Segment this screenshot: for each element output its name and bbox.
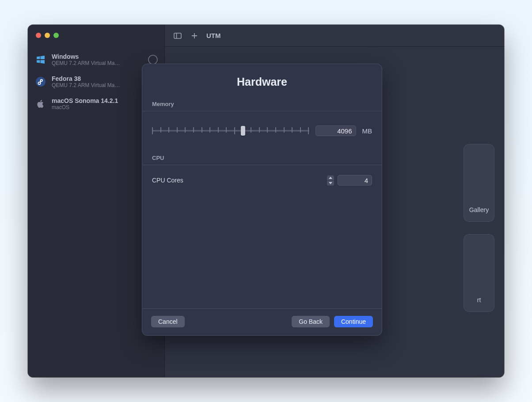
vm-subtitle: QEMU 7.2 ARM Virtual Ma… [52,60,142,66]
continue-button[interactable]: Continue [334,316,373,327]
cpu-cores-row: CPU Cores [142,171,382,189]
memory-row: MB [142,118,382,142]
gallery-card[interactable]: Gallery [464,144,494,222]
vm-title: macOS Sonoma 14.2.1 [52,97,142,104]
stepper-up-button[interactable] [327,175,334,180]
divider [142,165,382,165]
memory-input[interactable] [315,125,356,136]
windows-icon [35,54,46,65]
close-window-button[interactable] [36,33,41,38]
hardware-sheet: Hardware Memory MB CPU CPU Cores [142,64,382,336]
vm-text: macOS Sonoma 14.2.1 macOS [52,97,142,110]
toolbar: UTM [165,25,504,47]
card-label: rt [477,296,481,303]
slider-thumb[interactable] [241,126,245,136]
svg-point-0 [148,55,157,64]
card-label: Gallery [469,206,489,213]
app-window: Windows QEMU 7.2 ARM Virtual Ma… Fedora … [28,25,504,377]
svg-rect-4 [174,33,181,38]
sheet-footer: Cancel Go Back Continue [142,308,382,335]
welcome-cards: Gallery rt [464,144,494,312]
cancel-button[interactable]: Cancel [151,316,185,327]
divider [142,111,382,111]
memory-unit: MB [362,127,372,135]
vm-subtitle: QEMU 7.2 ARM Virtual Ma… [52,82,142,88]
memory-section-label: Memory [142,96,382,111]
cpu-cores-label: CPU Cores [152,177,183,184]
cpu-cores-input[interactable] [338,175,372,186]
window-title: UTM [206,32,221,39]
cpu-stepper [327,175,334,186]
vm-title: Fedora 38 [52,75,142,82]
apple-icon [35,98,46,110]
sidebar-toggle-button[interactable] [171,30,184,42]
sheet-title: Hardware [142,64,382,96]
vm-subtitle: macOS [52,104,142,110]
maximize-window-button[interactable] [53,33,59,38]
add-vm-button[interactable] [188,30,201,42]
cpu-section-label: CPU [142,150,382,165]
window-controls [28,31,164,49]
vm-text: Windows QEMU 7.2 ARM Virtual Ma… [52,53,142,66]
memory-slider[interactable] [152,125,309,137]
minimize-window-button[interactable] [45,33,50,38]
vm-title: Windows [52,53,142,60]
fedora-icon [35,76,46,87]
support-card[interactable]: rt [464,234,494,312]
go-back-button[interactable]: Go Back [292,316,330,327]
stepper-down-button[interactable] [327,181,334,186]
vm-text: Fedora 38 QEMU 7.2 ARM Virtual Ma… [52,75,142,88]
